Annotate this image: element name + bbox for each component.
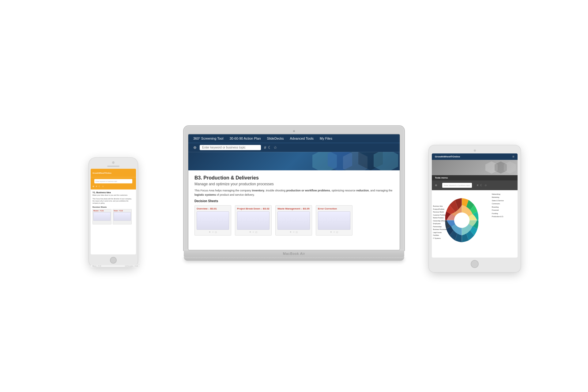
- label-networking: Networking: [492, 193, 515, 196]
- card-icon[interactable]: ☆: [252, 231, 254, 233]
- nav-item-screening[interactable]: 360° Screening Tool: [193, 137, 223, 140]
- tablet-wheel-labels: Networking Marketing Sales & Service Com…: [492, 193, 515, 218]
- tablet-clock-icon[interactable]: ☾: [480, 184, 483, 187]
- clock-icon[interactable]: ☾: [268, 145, 272, 150]
- label-it: IT Systems: [433, 237, 447, 240]
- laptop-search-input[interactable]: [200, 145, 261, 150]
- macbook-brand-label: MacBook Air: [283, 252, 305, 255]
- phone-home-button[interactable]: [110, 257, 117, 264]
- card-icons-2: ✕ ☆ ◻: [237, 231, 270, 233]
- tablet-search-input-wrapper[interactable]: Enter keyword or business topic: [442, 183, 472, 188]
- label-comms: Communic.: [492, 202, 515, 205]
- card-icon[interactable]: ◻: [296, 231, 298, 233]
- label-financial: Financial: [492, 209, 515, 212]
- phone-star-icon[interactable]: ☆: [102, 185, 104, 188]
- tablet-star-icon[interactable]: ☆: [484, 184, 487, 187]
- label-ownership: Ownership & Board: [433, 220, 447, 223]
- phone-clock-icon[interactable]: ☾: [99, 185, 100, 188]
- card-body-2: [237, 211, 270, 230]
- phone-nav-icons: ⊕ # ☾ ☆: [92, 185, 134, 188]
- phone-mini-card-2[interactable]: Vision – Y1.02: [113, 209, 132, 224]
- scene: 360° Screening Tool 30-60-90 Action Plan…: [0, 0, 588, 392]
- card-icon[interactable]: ◻: [255, 231, 257, 233]
- card-icon[interactable]: ◻: [336, 231, 338, 233]
- tablet-hex-3: [504, 161, 516, 174]
- nav-item-myfiles[interactable]: My Files: [320, 137, 332, 140]
- phone-plus-icon[interactable]: ⊕: [92, 185, 94, 188]
- card-icon[interactable]: ☆: [293, 231, 295, 233]
- phone-search-bar[interactable]: Enter keyword or business topic: [94, 179, 132, 183]
- card-title-1: Overview – B3.01: [197, 207, 229, 210]
- label-bizidea: Business Idea: [433, 205, 447, 208]
- tablet-app-logo: GrowthWheel®Online: [435, 155, 460, 158]
- tablet-search-row: ⊕ Enter keyword or business topic # ☾ ☆: [435, 182, 514, 189]
- tablet-device: GrowthWheel®Online ⊞ Toda menu: [429, 145, 521, 272]
- tablet-camera: [474, 149, 476, 152]
- phone-speaker: [107, 166, 119, 167]
- card-icons-4: ✕ ☆ ◻: [318, 231, 350, 233]
- laptop-cards-container: Overview – B3.01 ✕ ☆ ◻ Project Break Dow…: [194, 205, 394, 236]
- label-product: Product/Portfolio: [433, 208, 447, 211]
- tablet-home-button[interactable]: [471, 260, 479, 268]
- phone-card-preview-1: [93, 212, 111, 221]
- phone-hash-icon[interactable]: #: [96, 185, 97, 188]
- tablet-menu-label: Toda menu: [435, 176, 448, 179]
- laptop-card-2[interactable]: Project Break Down – B3.02 ✕ ☆ ◻: [235, 205, 272, 236]
- label-funding: Funding: [492, 212, 515, 215]
- tablet-hash-icon[interactable]: #: [477, 184, 478, 187]
- phone-card-preview-2: [114, 212, 131, 221]
- phone-topic-subtitle: Make your idea clear to you and the cust…: [92, 194, 134, 197]
- tablet-nav-icon[interactable]: ⊞: [512, 155, 514, 158]
- card-body-4: [318, 211, 350, 230]
- nav-item-advanced[interactable]: Advanced Tools: [290, 137, 314, 140]
- laptop-navbar: 360° Screening Tool 30-60-90 Action Plan…: [188, 134, 400, 143]
- tablet-plus-icon[interactable]: ⊕: [435, 184, 437, 187]
- tablet-search-placeholder: Enter keyword or business topic: [444, 184, 470, 186]
- plus-icon[interactable]: ⊕: [193, 145, 197, 150]
- laptop-hero-banner: [188, 152, 400, 170]
- card-icon[interactable]: ✕: [209, 231, 211, 233]
- phone-device: GrowthWheel®Online Enter keyword or busi…: [89, 158, 138, 267]
- card-icons-1: ✕ ☆ ◻: [197, 231, 229, 233]
- nav-item-action-plan[interactable]: 30-60-90 Action Plan: [229, 137, 261, 140]
- label-branding: Branding: [492, 205, 515, 209]
- card-title-4: Error Correction: [318, 207, 350, 210]
- card-body-3: [277, 211, 310, 230]
- laptop-card-1[interactable]: Overview – B3.01 ✕ ☆ ◻: [194, 205, 231, 236]
- phone-mini-card-label-2: Vision – Y1.02: [113, 209, 131, 212]
- page-subtitle: Manage and optimize your production proc…: [194, 182, 394, 186]
- phone-search-placeholder: Enter keyword or business topic: [96, 180, 117, 182]
- macbook-screen: 360° Screening Tool 30-60-90 Action Plan…: [188, 134, 400, 250]
- nav-item-slidedecks[interactable]: SlideDecks: [267, 137, 284, 140]
- phone-body-text: This Focus Area deals with the direction…: [92, 198, 134, 204]
- laptop-card-4[interactable]: Error Correction ✕ ☆ ◻: [316, 205, 352, 236]
- tablet-right-labels: Networking Marketing Sales & Service Com…: [492, 193, 515, 218]
- star-icon[interactable]: ☆: [273, 145, 277, 150]
- card-icon[interactable]: ☆: [212, 231, 214, 233]
- label-employees: Employees: [433, 222, 447, 225]
- tablet-navbar: GrowthWheel®Online ⊞: [432, 153, 518, 160]
- macbook-top: 360° Screening Tool 30-60-90 Action Plan…: [184, 126, 404, 250]
- label-revenue: Revenue Model: [433, 211, 447, 214]
- phone-screen: GrowthWheel®Online Enter keyword or busi…: [91, 169, 136, 254]
- phone-outer-shell: GrowthWheel®Online Enter keyword or busi…: [89, 158, 138, 267]
- label-partnerships: Partnerships: [433, 225, 447, 228]
- card-icon[interactable]: ☆: [333, 231, 335, 233]
- card-icon[interactable]: ◻: [215, 231, 217, 233]
- label-customer: Customer Portfolio: [433, 214, 447, 217]
- hash-icon[interactable]: #: [264, 145, 266, 150]
- laptop-content-area: B3. Production & Deliveries Manage and o…: [188, 170, 400, 240]
- label-production: Production & D.: [492, 215, 515, 218]
- card-icon[interactable]: ✕: [249, 231, 251, 233]
- card-icons-3: ✕ ☆ ◻: [277, 231, 310, 233]
- phone-mini-cards-container: Mission – Y1.01 Vision – Y1.02: [92, 209, 134, 224]
- tablet-screen: GrowthWheel®Online ⊞ Toda menu: [432, 153, 518, 258]
- phone-mini-card-1[interactable]: Mission – Y1.01: [92, 209, 111, 224]
- card-body-1: [197, 211, 229, 230]
- laptop-card-3[interactable]: Waste Management – B3.05 ✕ ☆ ◻: [275, 205, 312, 236]
- label-bizproc: Business Processes: [433, 228, 447, 231]
- card-icon[interactable]: ✕: [330, 231, 332, 233]
- tablet-left-labels: Business Idea Product/Portfolio Revenue …: [433, 205, 447, 240]
- page-title: B3. Production & Deliveries: [194, 175, 394, 181]
- card-icon[interactable]: ✕: [290, 231, 292, 233]
